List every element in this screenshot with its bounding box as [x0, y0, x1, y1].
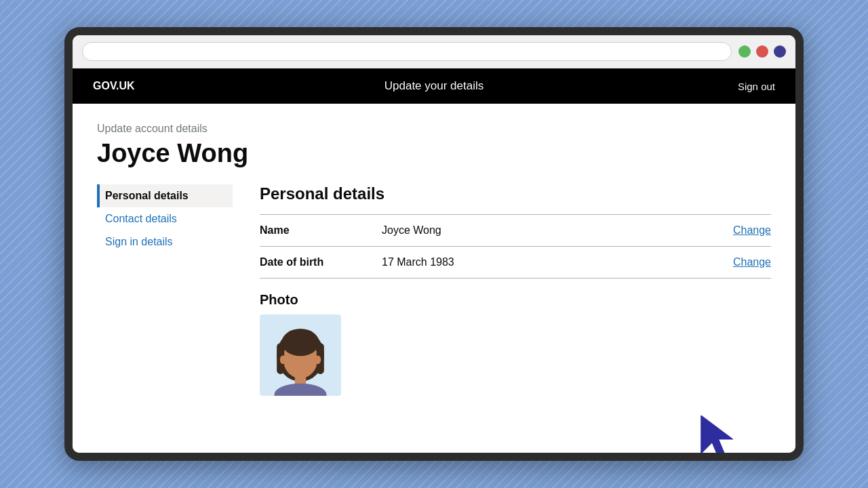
cursor-svg — [701, 415, 741, 453]
main-layout: Personal details Contact details Sign in… — [97, 184, 771, 396]
label-dob: Date of birth — [260, 247, 382, 279]
sidebar-nav: Personal details Contact details Sign in… — [97, 184, 233, 396]
svg-marker-9 — [701, 415, 733, 453]
svg-point-8 — [315, 355, 321, 364]
browser-chrome — [73, 35, 795, 68]
page-content: Update account details Joyce Wong Person… — [73, 104, 795, 453]
sidebar-item-contact[interactable]: Contact details — [97, 207, 233, 230]
value-name: Joyce Wong — [382, 215, 637, 247]
change-dob-link[interactable]: Change — [733, 256, 771, 268]
sidebar-link-personal[interactable]: Personal details — [97, 184, 233, 207]
photo-label: Photo — [260, 292, 771, 308]
breadcrumb: Update account details — [97, 123, 771, 135]
sign-out-link[interactable]: Sign out — [738, 81, 775, 92]
svg-point-7 — [280, 355, 286, 364]
address-bar[interactable] — [82, 42, 732, 61]
page-title: Joyce Wong — [97, 139, 771, 168]
gov-logo: GOV.UK — [93, 80, 135, 92]
browser-dots — [738, 45, 786, 58]
svg-point-6 — [275, 384, 327, 396]
change-name-link[interactable]: Change — [733, 224, 771, 236]
svg-point-2 — [282, 329, 319, 356]
photo-section: Photo — [260, 292, 771, 396]
avatar-container — [260, 314, 341, 396]
dot-green — [738, 45, 751, 58]
browser-window: GOV.UK Update your details Sign out Upda… — [73, 35, 795, 453]
value-dob: 17 March 1983 — [382, 247, 637, 279]
gov-navbar: GOV.UK Update your details Sign out — [73, 68, 795, 104]
dot-red — [756, 45, 768, 58]
avatar-svg — [263, 321, 338, 396]
details-area: Personal details Name Joyce Wong Change … — [233, 184, 771, 396]
dot-dark — [774, 45, 786, 58]
nav-title: Update your details — [384, 79, 484, 93]
sidebar-link-signin[interactable]: Sign in details — [97, 230, 233, 253]
label-name: Name — [260, 215, 382, 247]
details-table: Name Joyce Wong Change Date of birth 17 … — [260, 214, 771, 279]
sidebar-link-contact[interactable]: Contact details — [97, 207, 233, 230]
table-row: Name Joyce Wong Change — [260, 215, 771, 247]
table-row: Date of birth 17 March 1983 Change — [260, 247, 771, 279]
sidebar-item-personal[interactable]: Personal details — [97, 184, 233, 207]
section-title: Personal details — [260, 184, 771, 203]
sidebar-item-signin[interactable]: Sign in details — [97, 230, 233, 253]
device-frame: GOV.UK Update your details Sign out Upda… — [64, 27, 804, 461]
